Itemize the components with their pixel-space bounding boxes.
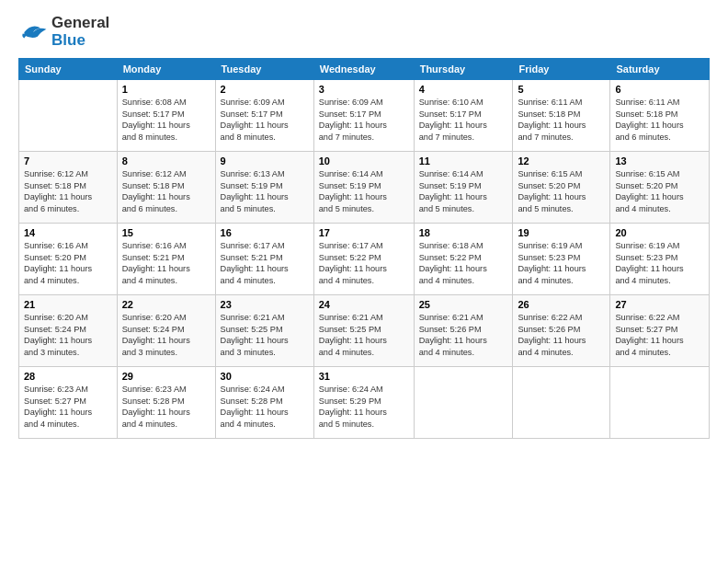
day-number: 2 [221,84,309,95]
calendar-cell: 12Sunrise: 6:15 AM Sunset: 5:20 PM Dayli… [513,152,610,224]
day-number: 16 [221,227,309,238]
day-number: 15 [122,227,210,238]
calendar-cell: 18Sunrise: 6:18 AM Sunset: 5:22 PM Dayli… [414,224,513,295]
calendar-cell: 27Sunrise: 6:22 AM Sunset: 5:27 PM Dayli… [610,295,710,367]
day-info: Sunrise: 6:21 AM Sunset: 5:25 PM Dayligh… [221,312,309,358]
calendar-cell: 20Sunrise: 6:19 AM Sunset: 5:23 PM Dayli… [610,224,710,295]
day-info: Sunrise: 6:09 AM Sunset: 5:17 PM Dayligh… [221,97,309,143]
logo-line1: General [51,15,109,32]
calendar-cell [610,367,710,439]
day-number: 4 [419,84,508,95]
calendar-cell: 11Sunrise: 6:14 AM Sunset: 5:19 PM Dayli… [414,152,513,224]
day-info: Sunrise: 6:12 AM Sunset: 5:18 PM Dayligh… [122,168,210,214]
day-number: 6 [615,84,704,95]
calendar-cell: 29Sunrise: 6:23 AM Sunset: 5:28 PM Dayli… [117,367,215,439]
calendar-table: SundayMondayTuesdayWednesdayThursdayFrid… [18,58,710,439]
day-number: 21 [24,299,112,310]
day-info: Sunrise: 6:08 AM Sunset: 5:17 PM Dayligh… [122,97,210,143]
day-number: 26 [518,299,605,310]
calendar-cell: 6Sunrise: 6:11 AM Sunset: 5:18 PM Daylig… [610,80,710,152]
col-header-saturday: Saturday [610,59,710,80]
day-number: 18 [419,227,508,238]
day-number: 9 [221,155,309,167]
day-info: Sunrise: 6:24 AM Sunset: 5:29 PM Dayligh… [319,384,409,430]
day-number: 19 [518,227,605,238]
day-info: Sunrise: 6:20 AM Sunset: 5:24 PM Dayligh… [122,312,210,358]
day-number: 30 [221,371,309,382]
day-info: Sunrise: 6:16 AM Sunset: 5:20 PM Dayligh… [24,240,112,286]
page-header: General Blue [18,15,710,49]
day-info: Sunrise: 6:15 AM Sunset: 5:20 PM Dayligh… [615,168,704,214]
calendar-cell: 23Sunrise: 6:21 AM Sunset: 5:25 PM Dayli… [215,295,313,367]
calendar-cell: 10Sunrise: 6:14 AM Sunset: 5:19 PM Dayli… [313,152,414,224]
calendar-cell: 21Sunrise: 6:20 AM Sunset: 5:24 PM Dayli… [19,295,118,367]
calendar-cell [513,367,610,439]
calendar-cell: 16Sunrise: 6:17 AM Sunset: 5:21 PM Dayli… [215,224,313,295]
day-info: Sunrise: 6:17 AM Sunset: 5:21 PM Dayligh… [221,240,309,286]
calendar-cell: 15Sunrise: 6:16 AM Sunset: 5:21 PM Dayli… [117,224,215,295]
day-number: 22 [122,299,210,310]
calendar-cell: 30Sunrise: 6:24 AM Sunset: 5:28 PM Dayli… [215,367,313,439]
col-header-tuesday: Tuesday [215,59,313,80]
day-number: 28 [24,371,112,382]
calendar-cell: 5Sunrise: 6:11 AM Sunset: 5:18 PM Daylig… [513,80,610,152]
calendar-cell: 2Sunrise: 6:09 AM Sunset: 5:17 PM Daylig… [215,80,313,152]
calendar-cell: 3Sunrise: 6:09 AM Sunset: 5:17 PM Daylig… [313,80,414,152]
day-info: Sunrise: 6:18 AM Sunset: 5:22 PM Dayligh… [419,240,508,286]
day-number: 27 [615,299,704,310]
calendar-cell: 7Sunrise: 6:12 AM Sunset: 5:18 PM Daylig… [19,152,118,224]
calendar-cell: 19Sunrise: 6:19 AM Sunset: 5:23 PM Dayli… [513,224,610,295]
day-number: 12 [518,155,605,167]
col-header-sunday: Sunday [19,59,118,80]
col-header-monday: Monday [117,59,215,80]
calendar-cell [19,80,118,152]
day-info: Sunrise: 6:22 AM Sunset: 5:26 PM Dayligh… [518,312,605,358]
calendar-cell: 17Sunrise: 6:17 AM Sunset: 5:22 PM Dayli… [313,224,414,295]
day-number: 5 [518,84,605,95]
calendar-cell: 4Sunrise: 6:10 AM Sunset: 5:17 PM Daylig… [414,80,513,152]
day-info: Sunrise: 6:19 AM Sunset: 5:23 PM Dayligh… [615,240,704,286]
calendar-cell [414,367,513,439]
day-number: 13 [615,155,704,167]
day-info: Sunrise: 6:13 AM Sunset: 5:19 PM Dayligh… [221,168,309,214]
day-info: Sunrise: 6:10 AM Sunset: 5:17 PM Dayligh… [419,97,508,143]
day-info: Sunrise: 6:24 AM Sunset: 5:28 PM Dayligh… [221,384,309,430]
calendar-cell: 1Sunrise: 6:08 AM Sunset: 5:17 PM Daylig… [117,80,215,152]
day-number: 14 [24,227,112,238]
calendar-cell: 24Sunrise: 6:21 AM Sunset: 5:25 PM Dayli… [313,295,414,367]
day-number: 31 [319,371,409,382]
day-info: Sunrise: 6:11 AM Sunset: 5:18 PM Dayligh… [615,97,704,143]
day-info: Sunrise: 6:11 AM Sunset: 5:18 PM Dayligh… [518,97,605,143]
day-number: 25 [419,299,508,310]
day-number: 23 [221,299,309,310]
calendar-cell: 31Sunrise: 6:24 AM Sunset: 5:29 PM Dayli… [313,367,414,439]
day-number: 29 [122,371,210,382]
day-info: Sunrise: 6:15 AM Sunset: 5:20 PM Dayligh… [518,168,605,214]
day-info: Sunrise: 6:17 AM Sunset: 5:22 PM Dayligh… [319,240,409,286]
calendar-cell: 8Sunrise: 6:12 AM Sunset: 5:18 PM Daylig… [117,152,215,224]
day-info: Sunrise: 6:21 AM Sunset: 5:25 PM Dayligh… [319,312,409,358]
day-info: Sunrise: 6:23 AM Sunset: 5:27 PM Dayligh… [24,384,112,430]
day-info: Sunrise: 6:19 AM Sunset: 5:23 PM Dayligh… [518,240,605,286]
day-number: 8 [122,155,210,167]
logo-line2: Blue [51,32,109,50]
calendar-cell: 26Sunrise: 6:22 AM Sunset: 5:26 PM Dayli… [513,295,610,367]
day-info: Sunrise: 6:09 AM Sunset: 5:17 PM Dayligh… [319,97,409,143]
day-info: Sunrise: 6:21 AM Sunset: 5:26 PM Dayligh… [419,312,508,358]
day-info: Sunrise: 6:14 AM Sunset: 5:19 PM Dayligh… [419,168,508,214]
day-number: 7 [24,155,112,167]
day-info: Sunrise: 6:22 AM Sunset: 5:27 PM Dayligh… [615,312,704,358]
day-info: Sunrise: 6:16 AM Sunset: 5:21 PM Dayligh… [122,240,210,286]
day-number: 10 [319,155,409,167]
day-number: 1 [122,84,210,95]
day-number: 11 [419,155,508,167]
calendar-cell: 28Sunrise: 6:23 AM Sunset: 5:27 PM Dayli… [19,367,118,439]
day-info: Sunrise: 6:23 AM Sunset: 5:28 PM Dayligh… [122,384,210,430]
day-number: 3 [319,84,409,95]
calendar-cell: 22Sunrise: 6:20 AM Sunset: 5:24 PM Dayli… [117,295,215,367]
col-header-friday: Friday [513,59,610,80]
day-number: 20 [615,227,704,238]
logo: General Blue [18,15,109,49]
calendar-cell: 25Sunrise: 6:21 AM Sunset: 5:26 PM Dayli… [414,295,513,367]
day-number: 24 [319,299,409,310]
